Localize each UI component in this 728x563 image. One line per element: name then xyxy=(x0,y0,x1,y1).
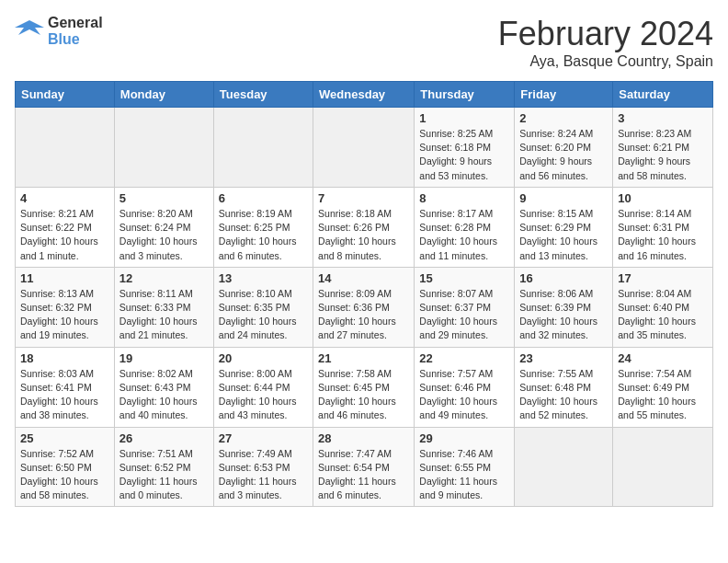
day-info: Sunrise: 8:06 AMSunset: 6:39 PMDaylight:… xyxy=(519,287,608,343)
day-number: 21 xyxy=(318,351,409,365)
day-info: Sunrise: 8:20 AMSunset: 6:24 PMDaylight:… xyxy=(119,207,209,263)
day-info: Sunrise: 7:49 AMSunset: 6:53 PMDaylight:… xyxy=(219,447,308,503)
calendar-week-row: 11Sunrise: 8:13 AMSunset: 6:32 PMDayligh… xyxy=(16,267,713,347)
day-info: Sunrise: 7:52 AMSunset: 6:50 PMDaylight:… xyxy=(20,447,109,503)
day-info: Sunrise: 8:15 AMSunset: 6:29 PMDaylight:… xyxy=(519,207,608,263)
calendar-cell: 29Sunrise: 7:46 AMSunset: 6:55 PMDayligh… xyxy=(415,427,515,507)
day-info: Sunrise: 8:07 AMSunset: 6:37 PMDaylight:… xyxy=(419,287,509,343)
day-info: Sunrise: 7:51 AMSunset: 6:52 PMDaylight:… xyxy=(119,447,209,503)
day-number: 10 xyxy=(618,191,708,205)
day-number: 6 xyxy=(219,191,308,205)
day-number: 16 xyxy=(519,271,608,285)
weekday-header-wednesday: Wednesday xyxy=(313,82,415,108)
calendar-cell: 27Sunrise: 7:49 AMSunset: 6:53 PMDayligh… xyxy=(213,427,313,507)
day-info: Sunrise: 7:55 AMSunset: 6:48 PMDaylight:… xyxy=(519,367,608,423)
day-info: Sunrise: 8:00 AMSunset: 6:44 PMDaylight:… xyxy=(219,367,308,423)
calendar-cell: 10Sunrise: 8:14 AMSunset: 6:31 PMDayligh… xyxy=(613,187,713,267)
calendar-cell xyxy=(16,108,115,188)
calendar-week-row: 4Sunrise: 8:21 AMSunset: 6:22 PMDaylight… xyxy=(16,187,713,267)
day-number: 18 xyxy=(20,351,109,365)
calendar-cell: 6Sunrise: 8:19 AMSunset: 6:25 PMDaylight… xyxy=(213,187,313,267)
calendar-cell: 11Sunrise: 8:13 AMSunset: 6:32 PMDayligh… xyxy=(16,267,115,347)
day-number: 14 xyxy=(318,271,409,285)
weekday-header-saturday: Saturday xyxy=(613,82,713,108)
day-number: 20 xyxy=(219,351,308,365)
weekday-header-tuesday: Tuesday xyxy=(213,82,313,108)
logo-blue-text: Blue xyxy=(48,31,80,47)
logo: General Blue xyxy=(15,15,103,48)
calendar-week-row: 25Sunrise: 7:52 AMSunset: 6:50 PMDayligh… xyxy=(16,427,713,507)
calendar-cell: 20Sunrise: 8:00 AMSunset: 6:44 PMDayligh… xyxy=(213,347,313,427)
day-number: 15 xyxy=(419,271,509,285)
calendar-cell: 22Sunrise: 7:57 AMSunset: 6:46 PMDayligh… xyxy=(415,347,515,427)
day-number: 28 xyxy=(318,431,409,445)
day-info: Sunrise: 7:46 AMSunset: 6:55 PMDaylight:… xyxy=(419,447,509,503)
calendar-cell: 12Sunrise: 8:11 AMSunset: 6:33 PMDayligh… xyxy=(114,267,213,347)
calendar-cell: 28Sunrise: 7:47 AMSunset: 6:54 PMDayligh… xyxy=(313,427,415,507)
calendar-cell: 9Sunrise: 8:15 AMSunset: 6:29 PMDaylight… xyxy=(515,187,613,267)
day-info: Sunrise: 8:19 AMSunset: 6:25 PMDaylight:… xyxy=(219,207,308,263)
weekday-header-thursday: Thursday xyxy=(415,82,515,108)
calendar-cell: 8Sunrise: 8:17 AMSunset: 6:28 PMDaylight… xyxy=(415,187,515,267)
day-info: Sunrise: 8:02 AMSunset: 6:43 PMDaylight:… xyxy=(119,367,209,423)
day-info: Sunrise: 8:14 AMSunset: 6:31 PMDaylight:… xyxy=(618,207,708,263)
day-number: 2 xyxy=(519,111,608,125)
day-info: Sunrise: 8:10 AMSunset: 6:35 PMDaylight:… xyxy=(219,287,308,343)
calendar-cell: 4Sunrise: 8:21 AMSunset: 6:22 PMDaylight… xyxy=(16,187,115,267)
day-number: 9 xyxy=(519,191,608,205)
title-section: February 2024 Aya, Basque Country, Spain xyxy=(498,15,713,70)
calendar-cell: 15Sunrise: 8:07 AMSunset: 6:37 PMDayligh… xyxy=(415,267,515,347)
day-info: Sunrise: 8:09 AMSunset: 6:36 PMDaylight:… xyxy=(318,287,409,343)
calendar-cell: 17Sunrise: 8:04 AMSunset: 6:40 PMDayligh… xyxy=(613,267,713,347)
day-info: Sunrise: 8:17 AMSunset: 6:28 PMDaylight:… xyxy=(419,207,509,263)
day-number: 3 xyxy=(618,111,708,125)
logo-general-text: General xyxy=(48,15,103,30)
day-number: 17 xyxy=(618,271,708,285)
day-number: 29 xyxy=(419,431,509,445)
calendar-cell xyxy=(313,108,415,188)
day-info: Sunrise: 7:54 AMSunset: 6:49 PMDaylight:… xyxy=(618,367,708,423)
calendar-cell: 7Sunrise: 8:18 AMSunset: 6:26 PMDaylight… xyxy=(313,187,415,267)
day-info: Sunrise: 8:03 AMSunset: 6:41 PMDaylight:… xyxy=(20,367,109,423)
page-header: General Blue February 2024 Aya, Basque C… xyxy=(15,15,713,70)
day-info: Sunrise: 8:13 AMSunset: 6:32 PMDaylight:… xyxy=(20,287,109,343)
calendar-cell: 3Sunrise: 8:23 AMSunset: 6:21 PMDaylight… xyxy=(613,108,713,188)
calendar-cell: 16Sunrise: 8:06 AMSunset: 6:39 PMDayligh… xyxy=(515,267,613,347)
day-number: 13 xyxy=(219,271,308,285)
calendar-week-row: 18Sunrise: 8:03 AMSunset: 6:41 PMDayligh… xyxy=(16,347,713,427)
day-number: 5 xyxy=(119,191,209,205)
day-number: 19 xyxy=(119,351,209,365)
calendar-cell: 24Sunrise: 7:54 AMSunset: 6:49 PMDayligh… xyxy=(613,347,713,427)
month-title: February 2024 xyxy=(498,15,713,53)
day-info: Sunrise: 8:21 AMSunset: 6:22 PMDaylight:… xyxy=(20,207,109,263)
calendar-cell: 26Sunrise: 7:51 AMSunset: 6:52 PMDayligh… xyxy=(114,427,213,507)
calendar-cell xyxy=(114,108,213,188)
calendar-cell: 13Sunrise: 8:10 AMSunset: 6:35 PMDayligh… xyxy=(213,267,313,347)
calendar-cell: 14Sunrise: 8:09 AMSunset: 6:36 PMDayligh… xyxy=(313,267,415,347)
day-info: Sunrise: 8:11 AMSunset: 6:33 PMDaylight:… xyxy=(119,287,209,343)
weekday-header-sunday: Sunday xyxy=(16,82,115,108)
weekday-header-friday: Friday xyxy=(515,82,613,108)
day-number: 7 xyxy=(318,191,409,205)
day-info: Sunrise: 8:23 AMSunset: 6:21 PMDaylight:… xyxy=(618,127,708,183)
day-number: 11 xyxy=(20,271,109,285)
day-info: Sunrise: 7:47 AMSunset: 6:54 PMDaylight:… xyxy=(318,447,409,503)
svg-marker-0 xyxy=(15,20,44,35)
day-info: Sunrise: 8:04 AMSunset: 6:40 PMDaylight:… xyxy=(618,287,708,343)
day-number: 23 xyxy=(519,351,608,365)
calendar-table: SundayMondayTuesdayWednesdayThursdayFrid… xyxy=(15,81,713,507)
day-number: 24 xyxy=(618,351,708,365)
day-info: Sunrise: 7:58 AMSunset: 6:45 PMDaylight:… xyxy=(318,367,409,423)
day-number: 27 xyxy=(219,431,308,445)
logo-bird-icon xyxy=(15,18,44,44)
calendar-cell xyxy=(613,427,713,507)
calendar-cell: 19Sunrise: 8:02 AMSunset: 6:43 PMDayligh… xyxy=(114,347,213,427)
calendar-cell: 1Sunrise: 8:25 AMSunset: 6:18 PMDaylight… xyxy=(415,108,515,188)
calendar-cell: 5Sunrise: 8:20 AMSunset: 6:24 PMDaylight… xyxy=(114,187,213,267)
day-info: Sunrise: 8:25 AMSunset: 6:18 PMDaylight:… xyxy=(419,127,509,183)
calendar-week-row: 1Sunrise: 8:25 AMSunset: 6:18 PMDaylight… xyxy=(16,108,713,188)
calendar-cell: 18Sunrise: 8:03 AMSunset: 6:41 PMDayligh… xyxy=(16,347,115,427)
day-number: 1 xyxy=(419,111,509,125)
day-number: 4 xyxy=(20,191,109,205)
day-info: Sunrise: 8:18 AMSunset: 6:26 PMDaylight:… xyxy=(318,207,409,263)
